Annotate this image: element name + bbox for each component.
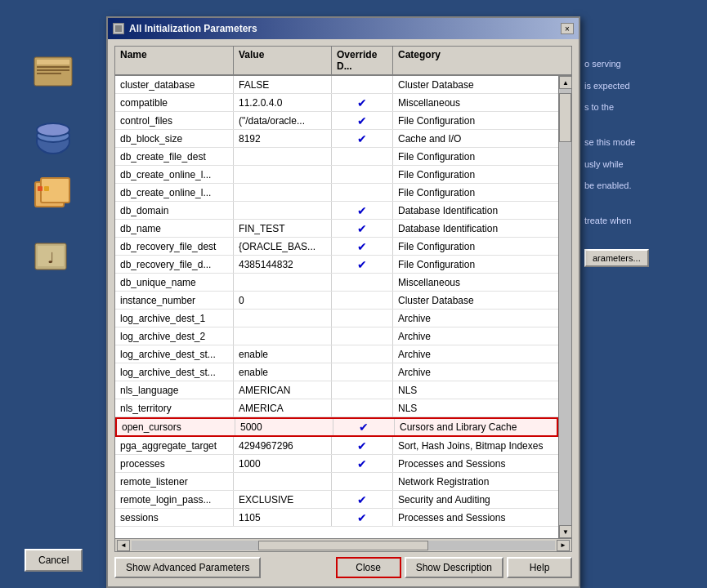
table-row[interactable]: db_unique_nameMiscellaneous bbox=[115, 274, 558, 292]
checkmark-icon: ✔ bbox=[337, 439, 387, 452]
checkmark-icon: ✔ bbox=[337, 222, 387, 235]
cell-override: ✔ bbox=[332, 94, 393, 111]
checkmark-icon: ✔ bbox=[337, 511, 387, 524]
cell-value: FALSE bbox=[234, 76, 332, 93]
cell-category: Processes and Sessions bbox=[393, 455, 558, 472]
cell-value: 1105 bbox=[234, 509, 332, 526]
checkmark-icon: ✔ bbox=[337, 96, 387, 109]
cell-value: enable bbox=[234, 363, 332, 381]
cell-name: db_create_file_dest bbox=[115, 148, 234, 165]
cell-value: 1000 bbox=[234, 455, 332, 472]
cell-value bbox=[234, 274, 332, 291]
col-header-category: Category bbox=[393, 47, 571, 74]
cell-category: Archive bbox=[393, 310, 558, 327]
cell-override bbox=[332, 473, 393, 490]
cell-name: open_cursors bbox=[117, 419, 235, 435]
cell-name: pga_aggregate_target bbox=[115, 437, 234, 454]
cell-override: ✔ bbox=[332, 112, 393, 129]
table-row[interactable]: instance_number0Cluster Database bbox=[115, 292, 558, 310]
cell-category: File Configuration bbox=[393, 112, 558, 129]
cell-override: ✔ bbox=[332, 437, 393, 454]
table-row[interactable]: db_block_size8192✔Cache and I/O bbox=[115, 130, 558, 148]
help-button[interactable]: Help bbox=[507, 557, 572, 578]
table-row[interactable]: db_create_online_l...File Configuration bbox=[115, 184, 558, 202]
cell-name: db_create_online_l... bbox=[115, 184, 234, 201]
parameters-button[interactable]: arameters... bbox=[584, 249, 649, 267]
cancel-button[interactable]: Cancel bbox=[25, 549, 83, 572]
table-row[interactable]: open_cursors5000✔Cursors and Library Cac… bbox=[115, 417, 558, 437]
table-row[interactable]: log_archive_dest_st...enableArchive bbox=[115, 345, 558, 363]
cell-value: 4385144832 bbox=[234, 256, 332, 273]
cell-name: control_files bbox=[115, 112, 234, 129]
scroll-right-arrow[interactable]: ► bbox=[557, 540, 570, 551]
table-rows[interactable]: cluster_databaseFALSECluster Databasecom… bbox=[115, 76, 558, 538]
dialog-titlebar: All Initialization Parameters × bbox=[108, 18, 579, 39]
cell-name: instance_number bbox=[115, 292, 234, 309]
cell-override: ✔ bbox=[332, 256, 393, 273]
cell-value: 11.2.0.4.0 bbox=[234, 94, 332, 111]
cell-category: Cluster Database bbox=[393, 292, 558, 309]
svg-rect-3 bbox=[37, 69, 69, 71]
hscroll-track[interactable] bbox=[132, 541, 555, 550]
cell-category: File Configuration bbox=[393, 238, 558, 255]
table-row[interactable]: log_archive_dest_st...enableArchive bbox=[115, 363, 558, 381]
table-row[interactable]: control_files("/data/oracle...✔File Conf… bbox=[115, 112, 558, 130]
table-row[interactable]: remote_login_pass...EXCLUSIVE✔Security a… bbox=[115, 491, 558, 509]
table-row[interactable]: nls_languageAMERICANNLS bbox=[115, 381, 558, 399]
table-row[interactable]: nls_territoryAMERICANLS bbox=[115, 399, 558, 417]
cell-name: db_name bbox=[115, 220, 234, 237]
cell-value bbox=[234, 184, 332, 201]
table-row[interactable]: db_recovery_file_d...4385144832✔File Con… bbox=[115, 256, 558, 274]
vertical-scrollbar[interactable]: ▲ ▼ bbox=[558, 76, 571, 538]
sidebar-icon-4: ♩ bbox=[25, 233, 82, 282]
table-row[interactable]: log_archive_dest_2Archive bbox=[115, 327, 558, 345]
cell-override bbox=[332, 381, 393, 399]
show-advanced-button[interactable]: Show Advanced Parameters bbox=[114, 557, 261, 578]
col-header-override: Override D... bbox=[332, 47, 393, 74]
cell-override: ✔ bbox=[332, 491, 393, 508]
table-row[interactable]: compatible11.2.0.4.0✔Miscellaneous bbox=[115, 94, 558, 112]
right-panel-text1: o serving bbox=[584, 57, 699, 71]
horizontal-scrollbar[interactable]: ◄ ► bbox=[115, 538, 571, 551]
left-sidebar: ♩ bbox=[0, 0, 106, 588]
dialog-close-button[interactable]: × bbox=[561, 23, 574, 34]
svg-rect-1 bbox=[37, 60, 69, 65]
cell-name: remote_login_pass... bbox=[115, 491, 234, 508]
table-body-area: cluster_databaseFALSECluster Databasecom… bbox=[115, 76, 571, 538]
table-row[interactable]: db_recovery_file_dest{ORACLE_BAS...✔File… bbox=[115, 238, 558, 256]
hscroll-thumb[interactable] bbox=[258, 541, 427, 550]
cell-category: File Configuration bbox=[393, 148, 558, 165]
table-row[interactable]: log_archive_dest_1Archive bbox=[115, 310, 558, 327]
table-row[interactable]: remote_listenerNetwork Registration bbox=[115, 473, 558, 491]
scroll-thumb[interactable] bbox=[559, 93, 571, 142]
table-row[interactable]: db_nameFIN_TEST✔Database Identification bbox=[115, 220, 558, 238]
close-button[interactable]: Close bbox=[336, 557, 401, 578]
scroll-left-arrow[interactable]: ◄ bbox=[117, 540, 130, 551]
scroll-track[interactable] bbox=[559, 89, 571, 525]
cell-name: nls_territory bbox=[115, 399, 234, 416]
cancel-area: Cancel bbox=[25, 549, 83, 572]
table-row[interactable]: cluster_databaseFALSECluster Database bbox=[115, 76, 558, 94]
cell-value bbox=[234, 148, 332, 165]
scroll-down-arrow[interactable]: ▼ bbox=[559, 525, 571, 538]
cell-override: ✔ bbox=[332, 455, 393, 472]
table-row[interactable]: sessions1105✔Processes and Sessions bbox=[115, 509, 558, 527]
svg-text:♩: ♩ bbox=[47, 250, 54, 266]
table-row[interactable]: db_create_file_destFile Configuration bbox=[115, 148, 558, 166]
cell-category: Archive bbox=[393, 363, 558, 381]
scroll-up-arrow[interactable]: ▲ bbox=[559, 76, 571, 89]
cell-value: AMERICAN bbox=[234, 381, 332, 399]
table-row[interactable]: db_create_online_l...File Configuration bbox=[115, 166, 558, 184]
cell-name: log_archive_dest_1 bbox=[115, 310, 234, 327]
dialog: All Initialization Parameters × Name Val… bbox=[106, 16, 580, 588]
table-row[interactable]: pga_aggregate_target4294967296✔Sort, Has… bbox=[115, 437, 558, 455]
right-panel: o serving is expected s to the se this m… bbox=[576, 49, 707, 280]
cell-value: 0 bbox=[234, 292, 332, 309]
cell-name: db_recovery_file_d... bbox=[115, 256, 234, 273]
table-row[interactable]: db_domain✔Database Identification bbox=[115, 202, 558, 220]
show-description-button[interactable]: Show Description bbox=[405, 557, 503, 578]
cell-name: cluster_database bbox=[115, 76, 234, 93]
cell-name: processes bbox=[115, 455, 234, 472]
table-row[interactable]: processes1000✔Processes and Sessions bbox=[115, 455, 558, 473]
cell-category: File Configuration bbox=[393, 256, 558, 273]
